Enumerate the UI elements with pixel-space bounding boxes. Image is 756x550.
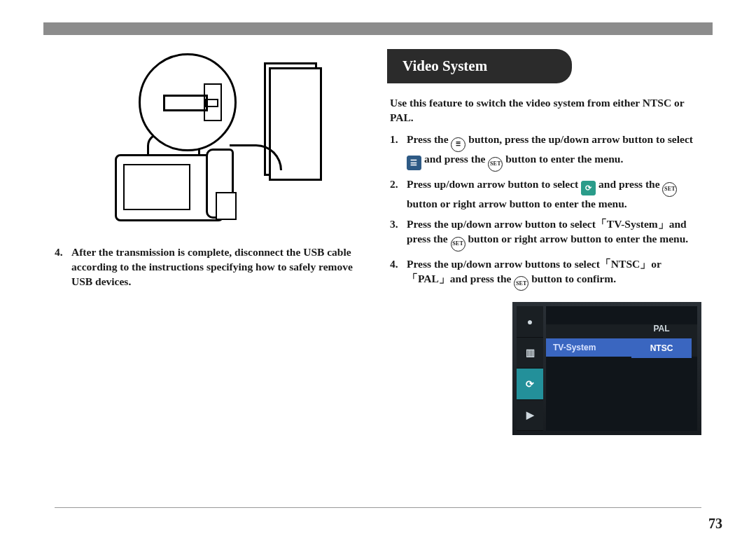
left-step-4: 4. After the transmission is complete, d… <box>55 245 366 289</box>
step-4: 4. Press the up/down arrow buttons to se… <box>390 257 701 291</box>
step-text: After the transmission is complete, disc… <box>71 245 366 289</box>
step-3: 3. Press the up/down arrow button to sel… <box>390 217 701 252</box>
usb-plug-icon <box>163 95 208 111</box>
connection-menu-icon: ⟳ <box>581 181 596 195</box>
option-pal: PAL <box>631 319 692 338</box>
set-button-icon: SET <box>514 276 528 291</box>
step-text: Press the up/down arrow buttons to selec… <box>407 257 701 291</box>
intro-text: Use this feature to switch the video sys… <box>390 96 701 125</box>
option-ntsc-selected: NTSC <box>631 338 692 358</box>
step-text: Press the up/down arrow button to select… <box>407 217 701 252</box>
step-text: Press the ☰ button, press the up/down ar… <box>407 132 701 172</box>
step-number: 3. <box>390 217 407 252</box>
set-button-icon: SET <box>662 182 677 197</box>
tab-connection-icon: ⟳ <box>517 369 543 400</box>
menu-button-icon: ☰ <box>451 137 465 152</box>
tab-movie-icon: ▥ <box>517 338 543 369</box>
magnifier-detail-icon <box>139 53 237 151</box>
footer-rule <box>55 507 701 508</box>
tab-camera-icon: ● <box>517 306 543 338</box>
step-number: 4. <box>390 257 407 291</box>
camera-to-pc-illustration <box>102 49 319 231</box>
step-number: 1. <box>390 132 407 172</box>
page-number: 73 <box>708 516 722 532</box>
left-column: 4. After the transmission is complete, d… <box>55 49 366 501</box>
step-1: 1. Press the ☰ button, press the up/down… <box>390 132 701 172</box>
step-number: 2. <box>390 177 407 212</box>
step-2: 2. Press up/down arrow button to select … <box>390 177 701 212</box>
camera-menu-screenshot: ● ▥ ⟳ ▶ TV-System PAL NTSC <box>512 302 701 435</box>
menu-tabs: ● ▥ ⟳ ▶ <box>517 306 543 431</box>
menu-main-pane: TV-System PAL NTSC <box>546 306 697 431</box>
right-column: Video System Use this feature to switch … <box>390 49 701 501</box>
wrench-menu-icon: ☰ <box>407 156 421 170</box>
header-bar <box>43 22 713 35</box>
set-button-icon: SET <box>451 237 465 252</box>
section-heading: Video System <box>387 49 572 83</box>
page-content: 4. After the transmission is complete, d… <box>55 49 701 501</box>
step-text: Press up/down arrow button to select ⟳ a… <box>407 177 701 212</box>
menu-options: PAL NTSC <box>631 319 692 358</box>
set-button-icon: SET <box>488 157 503 172</box>
menu-selected-row: TV-System <box>546 338 636 357</box>
tab-playback-icon: ▶ <box>517 400 543 432</box>
step-number: 4. <box>55 245 71 289</box>
usb-port-icon <box>204 83 222 121</box>
